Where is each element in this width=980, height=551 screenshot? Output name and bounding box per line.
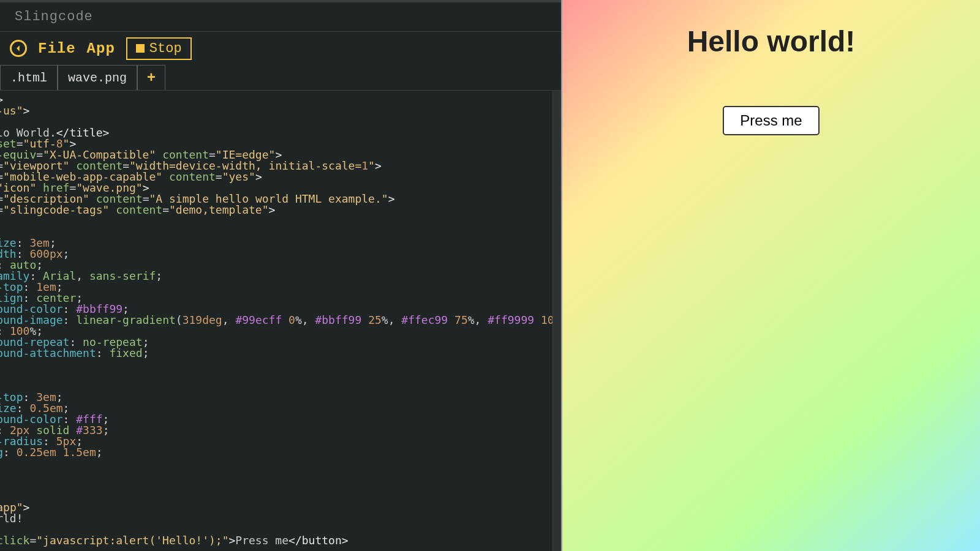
stop-button[interactable]: Stop bbox=[126, 37, 192, 60]
file-menu[interactable]: File bbox=[38, 40, 76, 57]
tabs: .html wave.png + bbox=[0, 65, 561, 91]
toolbar: File App Stop bbox=[0, 32, 561, 65]
tab-label: .html bbox=[10, 71, 47, 85]
app-name: Slingcode bbox=[15, 9, 93, 24]
titlebar: Slingcode bbox=[0, 0, 561, 32]
tab-index-html[interactable]: .html bbox=[0, 65, 58, 90]
arrow-left-icon bbox=[14, 44, 23, 53]
stop-button-label: Stop bbox=[149, 41, 182, 56]
app-menu[interactable]: App bbox=[87, 40, 115, 57]
preview-pane: Hello world! Press me bbox=[561, 0, 980, 551]
editor-pane: Slingcode File App Stop .html wave.png +… bbox=[0, 0, 561, 551]
back-button[interactable] bbox=[10, 40, 27, 57]
code-scroll: html> g="en-us"> e>Hello World.</title> … bbox=[0, 91, 561, 551]
stop-icon bbox=[136, 44, 145, 53]
preview-heading: Hello world! bbox=[562, 24, 980, 58]
tab-wave-png[interactable]: wave.png bbox=[58, 65, 137, 90]
plus-icon: + bbox=[147, 70, 156, 86]
tab-label: wave.png bbox=[68, 71, 127, 85]
press-me-button[interactable]: Press me bbox=[723, 106, 819, 135]
scrollbar[interactable] bbox=[552, 91, 561, 551]
add-tab-button[interactable]: + bbox=[137, 65, 165, 90]
code-editor[interactable]: html> g="en-us"> e>Hello World.</title> … bbox=[0, 91, 561, 550]
